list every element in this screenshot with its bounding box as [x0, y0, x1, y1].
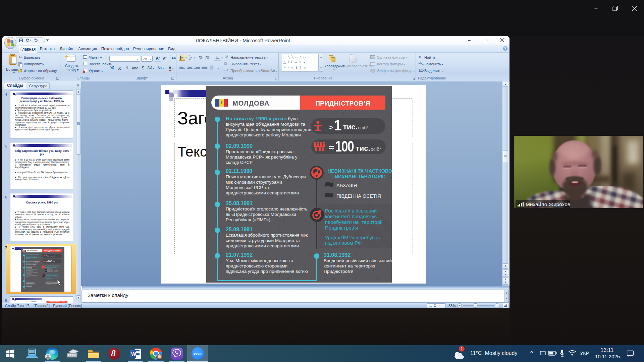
svg-text:W: W: [131, 351, 137, 357]
